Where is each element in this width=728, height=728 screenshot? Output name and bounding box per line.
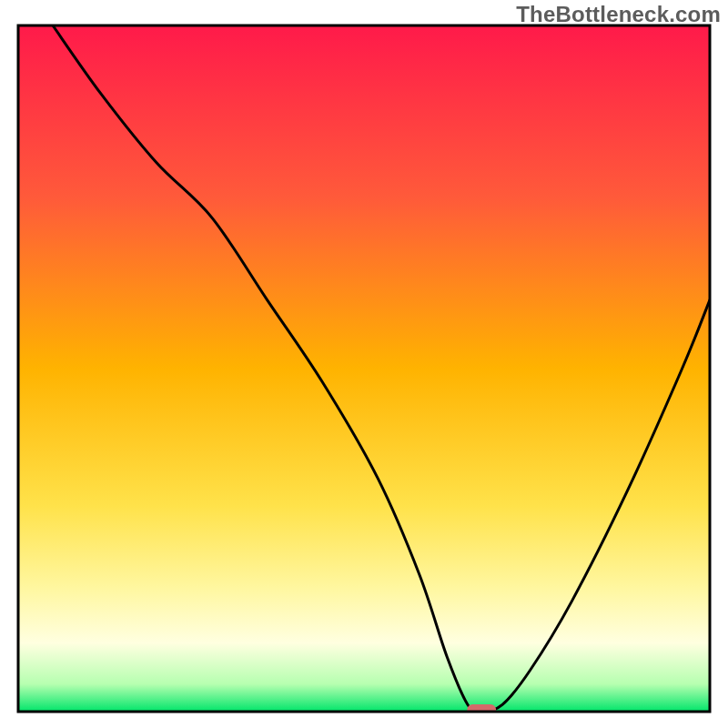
bottleneck-chart (0, 0, 728, 728)
chart-container: TheBottleneck.com (0, 0, 728, 728)
watermark-text: TheBottleneck.com (516, 2, 721, 27)
gradient-background (18, 25, 710, 712)
optimal-marker (467, 704, 496, 715)
